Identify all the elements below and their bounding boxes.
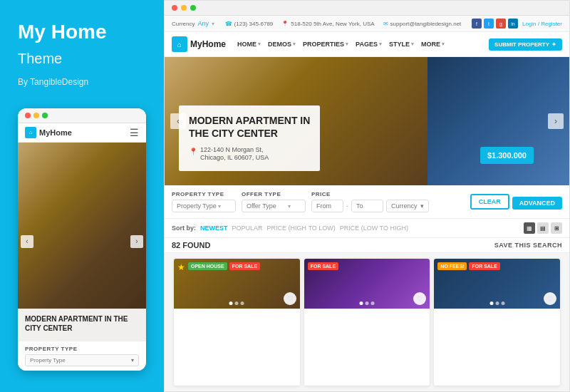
dot-red <box>25 113 31 118</box>
mobile-logo: ⌂ MyHome <box>25 127 72 138</box>
nav-item-style[interactable]: STYLE ▾ <box>389 41 414 48</box>
instagram-icon[interactable]: in <box>508 19 518 29</box>
sort-price-low[interactable]: PRICE (LOW TO HIGH) <box>340 225 408 232</box>
nav-items: HOME ▾ DEMOS ▾ PROPERTIES ▾ PAGES ▾ STYL… <box>237 41 480 48</box>
featured-star-icon: ★ <box>177 262 185 272</box>
card-dot <box>501 301 504 305</box>
list-view-icon[interactable]: ▤ <box>537 222 549 234</box>
sort-bar: Sort by: NEWEST POPULAR PRICE (HIGH TO L… <box>172 225 408 232</box>
nav-item-properties[interactable]: PROPERTIES ▾ <box>303 41 348 48</box>
mobile-bottom: PROPERTY TYPE Property Type ▾ <box>18 341 146 371</box>
results-right: ▦ ▤ ⊞ <box>524 222 562 234</box>
price-label: PRICE <box>311 191 429 197</box>
submit-property-button[interactable]: SUBMIT PROPERTY ✦ <box>489 38 562 51</box>
card-dot <box>229 301 233 305</box>
site-logo-icon: ⌂ <box>172 36 187 52</box>
social-icons: f t g in <box>472 19 518 29</box>
price-from-input[interactable] <box>311 200 343 212</box>
dot-green <box>42 113 48 118</box>
no-fees-badge: NO FEES! <box>437 262 467 270</box>
nav-item-home[interactable]: HOME ▾ <box>237 41 261 48</box>
sort-newest[interactable]: NEWEST <box>200 225 228 232</box>
property-type-caret: ▾ <box>218 203 221 210</box>
price-separator: - <box>346 202 348 210</box>
price-to-input[interactable] <box>351 200 383 212</box>
mobile-hero: ‹ › MODERN APARTMENT IN THE CITY CENTER <box>18 143 146 341</box>
brand-by: By TangibleDesign <box>18 77 146 87</box>
for-sale-badge-3: FOR SALE <box>469 262 499 270</box>
google-plus-icon[interactable]: g <box>496 19 506 29</box>
topbar-email: ✉ support@tangibledesign.net <box>383 21 462 27</box>
offer-type-caret: ▾ <box>288 203 291 210</box>
nav-item-pages[interactable]: PAGES ▾ <box>356 41 382 48</box>
property-type-group: PROPERTY TYPE Property Type ▾ <box>172 191 236 212</box>
location-icon: 📍 <box>281 21 289 27</box>
nav-caret-demos: ▾ <box>293 41 296 47</box>
hero-next-arrow[interactable]: › <box>548 113 564 129</box>
site-topbar: Currency Any ▾ ☎ (123) 345-6789 📍 518-52… <box>165 16 569 32</box>
favorite-heart-icon[interactable]: ♡ <box>284 292 296 305</box>
mobile-property-type-label: PROPERTY TYPE <box>25 346 139 352</box>
email-icon: ✉ <box>383 21 388 27</box>
property-type-select[interactable]: Property Type ▾ <box>172 200 236 212</box>
nav-caret-pages: ▾ <box>379 41 382 47</box>
browser-chrome <box>165 1 569 16</box>
card-dot <box>371 301 375 305</box>
grid-view-icon[interactable]: ▦ <box>524 222 535 234</box>
price-group: PRICE - Currency ▾ <box>311 191 429 212</box>
currency-select-caret: ▾ <box>420 202 424 210</box>
price-inputs: - Currency ▾ <box>311 200 429 212</box>
save-search-link[interactable]: SAVE THIS SEARCH <box>494 242 562 249</box>
property-card-3[interactable]: NO FEES! FOR SALE ♡ <box>434 259 560 386</box>
hero-overlay-card: MODERN APARTMENT INTHE CITY CENTER 📍 122… <box>179 105 320 171</box>
nav-caret-home: ▾ <box>258 41 261 47</box>
card-3-badges: NO FEES! FOR SALE <box>437 262 499 270</box>
mobile-prev-arrow[interactable]: ‹ <box>21 235 33 248</box>
card-3-dots <box>489 301 504 305</box>
right-panel: Currency Any ▾ ☎ (123) 345-6789 📍 518-52… <box>164 0 570 392</box>
brand-title: My Home <box>18 21 146 43</box>
offer-type-select[interactable]: Offer Type ▾ <box>242 200 306 212</box>
card-dot <box>241 301 244 305</box>
clear-button[interactable]: CLEAR <box>470 194 509 210</box>
property-card-2[interactable]: FOR SALE ♡ <box>304 259 430 386</box>
currency-label: Currency <box>172 21 195 27</box>
currency-value[interactable]: Any <box>197 20 209 27</box>
search-actions: CLEAR ADVANCED <box>470 194 562 210</box>
facebook-icon[interactable]: f <box>472 19 482 29</box>
topbar-left: Currency Any ▾ <box>172 20 214 27</box>
topbar-right: f t g in Login / Register <box>472 19 562 29</box>
topbar-middle: ☎ (123) 345-6789 📍 518-520 5th Ave, New … <box>225 21 462 27</box>
login-link[interactable]: Login / Register <box>522 21 562 27</box>
hamburger-icon[interactable]: ☰ <box>130 127 139 138</box>
sort-popular[interactable]: POPULAR <box>232 225 263 232</box>
mobile-select-caret: ▾ <box>131 357 134 363</box>
twitter-icon[interactable]: t <box>484 19 494 29</box>
results-bar: Sort by: NEWEST POPULAR PRICE (HIGH TO L… <box>165 219 569 238</box>
sort-price-high[interactable]: PRICE (HIGH TO LOW) <box>267 225 336 232</box>
favorite-heart-icon-2[interactable]: ♡ <box>413 292 426 305</box>
hero-section: ‹ MODERN APARTMENT INTHE CITY CENTER 📍 1… <box>165 57 569 185</box>
found-count: 82 FOUND <box>172 241 210 249</box>
mobile-property-type-select[interactable]: Property Type ▾ <box>25 354 139 366</box>
card-2-badges: FOR SALE <box>308 262 338 270</box>
advanced-button[interactable]: ADVANCED <box>512 197 562 210</box>
address-pin-icon: 📍 <box>189 147 197 156</box>
property-card-1[interactable]: ★ OPEN HOUSE FOR SALE ♡ <box>174 259 300 386</box>
nav-item-demos[interactable]: DEMOS ▾ <box>268 41 296 48</box>
mobile-logo-icon: ⌂ <box>25 127 36 138</box>
site-logo[interactable]: ⌂ MyHome <box>172 36 226 52</box>
topbar-address: 📍 518-520 5th Ave, New York, USA <box>281 21 374 27</box>
found-bar: 82 FOUND SAVE THIS SEARCH <box>165 238 569 253</box>
hero-price-button[interactable]: $1.300.000 <box>480 147 534 164</box>
mobile-top-bar <box>18 108 146 123</box>
currency-select[interactable]: Currency ▾ <box>386 200 429 212</box>
card-1-badges: OPEN HOUSE FOR SALE <box>188 262 260 270</box>
favorite-heart-icon-3[interactable]: ♡ <box>544 292 556 305</box>
mobile-next-arrow[interactable]: › <box>130 235 143 248</box>
map-view-icon[interactable]: ⊞ <box>551 222 562 234</box>
hero-property-address: 📍 122-140 N Morgan St, Chicago, IL 60607… <box>189 146 310 163</box>
property-card-3-image: NO FEES! FOR SALE ♡ <box>434 259 560 309</box>
property-grid: ★ OPEN HOUSE FOR SALE ♡ FOR SALE ♡ <box>165 253 569 391</box>
nav-item-more[interactable]: MORE ▾ <box>421 41 445 48</box>
